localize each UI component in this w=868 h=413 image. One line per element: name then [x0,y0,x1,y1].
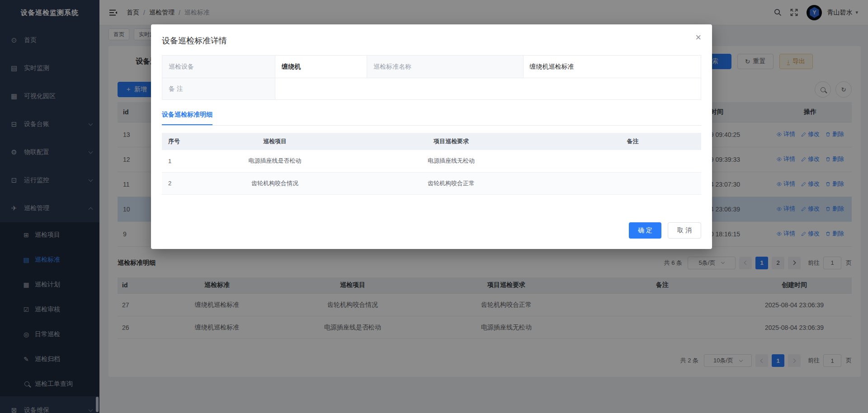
modal-detail-table: 序号 巡检项目 项目巡检要求 备注 1电源插座线是否松动电源插座线无松动2齿轮机… [162,133,701,195]
confirm-button[interactable]: 确 定 [629,222,661,239]
col-requirement: 项目巡检要求 [338,133,564,150]
table-row[interactable]: 2齿轮机构咬合情况齿轮机构咬合正常 [162,172,701,194]
col-seq: 序号 [162,133,212,150]
cell: 2 [162,172,212,194]
page: 设备巡检监测系统 ⊙首页▤实时监测▦可视化园区⊟设备台账⚙物联配置⊡运行监控✈巡… [0,0,868,413]
cell: 电源插座线无松动 [338,150,564,172]
modal-header: 设备巡检标准详情 [162,24,701,52]
table-row[interactable]: 1电源插座线是否松动电源插座线无松动 [162,150,701,172]
cell: 1 [162,150,212,172]
device-value: 缠绕机 [275,56,367,78]
standard-name-label: 巡检标准名称 [367,56,523,78]
cell: 电源插座线是否松动 [212,150,338,172]
cell [564,150,701,172]
modal-title: 设备巡检标准详情 [162,35,227,46]
modal-tabs: 设备巡检标准明细 [162,111,701,126]
modal-table-header: 序号 巡检项目 项目巡检要求 备注 [162,133,701,150]
cell: 齿轮机构咬合正常 [338,172,564,194]
standard-detail-modal: 设备巡检标准详情 × 巡检设备 缠绕机 巡检标准名称 缠绕机巡检标准 备 注 设… [151,24,712,249]
modal-table-body: 1电源插座线是否松动电源插座线无松动2齿轮机构咬合情况齿轮机构咬合正常 [162,150,701,194]
cell: 齿轮机构咬合情况 [212,172,338,194]
cell [564,172,701,194]
col-item: 巡检项目 [212,133,338,150]
standard-name-value: 缠绕机巡检标准 [523,56,701,78]
modal-footer: 确 定 取 消 [629,222,701,239]
col-remark: 备注 [564,133,701,150]
remark-label: 备 注 [162,78,275,100]
remark-value [275,78,701,100]
device-label: 巡检设备 [162,56,275,78]
close-icon[interactable]: × [693,31,703,44]
tab-standard-detail[interactable]: 设备巡检标准明细 [162,111,212,125]
modal-form: 巡检设备 缠绕机 巡检标准名称 缠绕机巡检标准 备 注 [162,55,701,100]
cancel-button[interactable]: 取 消 [668,222,701,239]
